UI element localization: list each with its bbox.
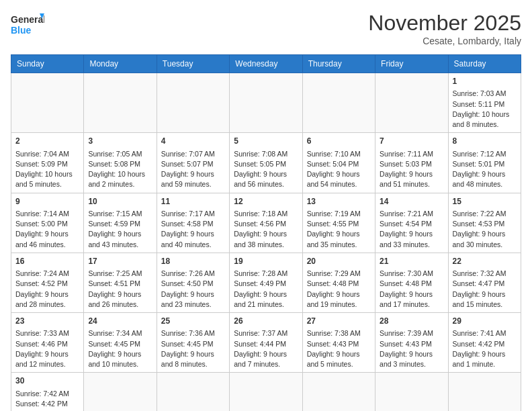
calendar-cell: 13Sunrise: 7:19 AM Sunset: 4:55 PM Dayli… [302, 193, 375, 253]
day-number: 19 [234, 256, 298, 267]
day-info: Sunrise: 7:36 AM Sunset: 4:45 PM Dayligh… [161, 329, 215, 368]
calendar-cell: 30Sunrise: 7:42 AM Sunset: 4:42 PM Dayli… [11, 373, 84, 411]
day-info: Sunrise: 7:32 AM Sunset: 4:47 PM Dayligh… [453, 269, 506, 308]
calendar-cell: 21Sunrise: 7:30 AM Sunset: 4:48 PM Dayli… [375, 253, 448, 312]
header-thursday: Thursday [302, 55, 375, 73]
calendar-cell: 26Sunrise: 7:37 AM Sunset: 4:44 PM Dayli… [230, 313, 302, 373]
day-info: Sunrise: 7:29 AM Sunset: 4:48 PM Dayligh… [307, 269, 361, 308]
calendar-cell [157, 73, 229, 133]
day-info: Sunrise: 7:05 AM Sunset: 5:08 PM Dayligh… [88, 150, 145, 189]
calendar-cell [84, 373, 157, 411]
calendar-cell: 4Sunrise: 7:07 AM Sunset: 5:07 PM Daylig… [157, 133, 229, 193]
day-number: 9 [15, 196, 79, 208]
day-info: Sunrise: 7:03 AM Sunset: 5:11 PM Dayligh… [453, 89, 510, 128]
calendar-cell [448, 373, 521, 411]
calendar-cell: 2Sunrise: 7:04 AM Sunset: 5:09 PM Daylig… [11, 133, 84, 193]
day-info: Sunrise: 7:15 AM Sunset: 4:59 PM Dayligh… [88, 210, 142, 248]
calendar-cell [11, 73, 84, 133]
day-info: Sunrise: 7:21 AM Sunset: 4:54 PM Dayligh… [380, 210, 433, 248]
calendar-header-row: SundayMondayTuesdayWednesdayThursdayFrid… [11, 55, 521, 73]
calendar-cell: 23Sunrise: 7:33 AM Sunset: 4:46 PM Dayli… [11, 313, 84, 373]
logo: General Blue [11, 11, 44, 40]
month-title: November 2025 [368, 11, 521, 36]
day-info: Sunrise: 7:33 AM Sunset: 4:46 PM Dayligh… [15, 329, 69, 368]
day-info: Sunrise: 7:37 AM Sunset: 4:44 PM Dayligh… [234, 329, 287, 368]
calendar-cell: 12Sunrise: 7:18 AM Sunset: 4:56 PM Dayli… [230, 193, 302, 253]
title-block: November 2025 Cesate, Lombardy, Italy [368, 11, 521, 46]
day-number: 15 [453, 196, 517, 208]
day-number: 1 [453, 76, 517, 87]
calendar-cell: 1Sunrise: 7:03 AM Sunset: 5:11 PM Daylig… [448, 73, 521, 133]
calendar-cell [230, 73, 302, 133]
day-info: Sunrise: 7:38 AM Sunset: 4:43 PM Dayligh… [307, 329, 361, 368]
day-number: 10 [88, 196, 152, 208]
day-info: Sunrise: 7:42 AM Sunset: 4:42 PM Dayligh… [15, 390, 69, 411]
calendar-cell: 5Sunrise: 7:08 AM Sunset: 5:05 PM Daylig… [230, 133, 302, 193]
calendar-cell: 11Sunrise: 7:17 AM Sunset: 4:58 PM Dayli… [157, 193, 229, 253]
day-number: 18 [161, 256, 225, 267]
day-info: Sunrise: 7:10 AM Sunset: 5:04 PM Dayligh… [307, 150, 361, 189]
day-info: Sunrise: 7:24 AM Sunset: 4:52 PM Dayligh… [15, 269, 69, 308]
svg-text:General: General [11, 14, 44, 25]
day-info: Sunrise: 7:26 AM Sunset: 4:50 PM Dayligh… [161, 269, 215, 308]
calendar-cell [230, 373, 302, 411]
calendar-cell: 7Sunrise: 7:11 AM Sunset: 5:03 PM Daylig… [375, 133, 448, 193]
day-number: 16 [15, 256, 79, 267]
calendar-cell: 9Sunrise: 7:14 AM Sunset: 5:00 PM Daylig… [11, 193, 84, 253]
calendar-cell: 24Sunrise: 7:34 AM Sunset: 4:45 PM Dayli… [84, 313, 157, 373]
calendar-cell: 8Sunrise: 7:12 AM Sunset: 5:01 PM Daylig… [448, 133, 521, 193]
day-number: 6 [307, 136, 371, 147]
day-number: 17 [88, 256, 152, 267]
calendar-cell: 19Sunrise: 7:28 AM Sunset: 4:49 PM Dayli… [230, 253, 302, 312]
day-number: 24 [88, 316, 152, 327]
day-info: Sunrise: 7:41 AM Sunset: 4:42 PM Dayligh… [453, 329, 506, 368]
calendar-cell [302, 373, 375, 411]
day-info: Sunrise: 7:17 AM Sunset: 4:58 PM Dayligh… [161, 210, 215, 248]
day-info: Sunrise: 7:07 AM Sunset: 5:07 PM Dayligh… [161, 150, 215, 189]
calendar-cell: 14Sunrise: 7:21 AM Sunset: 4:54 PM Dayli… [375, 193, 448, 253]
header-saturday: Saturday [448, 55, 521, 73]
page-header: General Blue November 2025 Cesate, Lomba… [11, 11, 521, 46]
calendar-cell: 28Sunrise: 7:39 AM Sunset: 4:43 PM Dayli… [375, 313, 448, 373]
calendar-cell: 16Sunrise: 7:24 AM Sunset: 4:52 PM Dayli… [11, 253, 84, 312]
header-friday: Friday [375, 55, 448, 73]
day-info: Sunrise: 7:14 AM Sunset: 5:00 PM Dayligh… [15, 210, 69, 248]
day-info: Sunrise: 7:22 AM Sunset: 4:53 PM Dayligh… [453, 210, 506, 248]
day-number: 25 [161, 316, 225, 327]
header-tuesday: Tuesday [157, 55, 229, 73]
svg-text:Blue: Blue [11, 25, 32, 36]
day-info: Sunrise: 7:18 AM Sunset: 4:56 PM Dayligh… [234, 210, 287, 248]
day-info: Sunrise: 7:28 AM Sunset: 4:49 PM Dayligh… [234, 269, 287, 308]
day-number: 14 [380, 196, 443, 208]
day-number: 27 [307, 316, 371, 327]
header-sunday: Sunday [11, 55, 84, 73]
calendar-cell: 18Sunrise: 7:26 AM Sunset: 4:50 PM Dayli… [157, 253, 229, 312]
day-number: 23 [15, 316, 79, 327]
day-info: Sunrise: 7:19 AM Sunset: 4:55 PM Dayligh… [307, 210, 361, 248]
day-number: 3 [88, 136, 152, 147]
header-wednesday: Wednesday [230, 55, 302, 73]
day-info: Sunrise: 7:39 AM Sunset: 4:43 PM Dayligh… [380, 329, 433, 368]
day-number: 13 [307, 196, 371, 208]
calendar-cell [157, 373, 229, 411]
day-info: Sunrise: 7:30 AM Sunset: 4:48 PM Dayligh… [380, 269, 433, 308]
day-info: Sunrise: 7:08 AM Sunset: 5:05 PM Dayligh… [234, 150, 287, 189]
calendar-cell: 25Sunrise: 7:36 AM Sunset: 4:45 PM Dayli… [157, 313, 229, 373]
calendar-cell: 29Sunrise: 7:41 AM Sunset: 4:42 PM Dayli… [448, 313, 521, 373]
day-number: 30 [15, 375, 79, 387]
day-number: 12 [234, 196, 298, 208]
day-number: 5 [234, 136, 298, 147]
calendar-cell: 20Sunrise: 7:29 AM Sunset: 4:48 PM Dayli… [302, 253, 375, 312]
day-number: 21 [380, 256, 443, 267]
calendar-cell [302, 73, 375, 133]
calendar-table: SundayMondayTuesdayWednesdayThursdayFrid… [11, 54, 521, 411]
day-info: Sunrise: 7:34 AM Sunset: 4:45 PM Dayligh… [88, 329, 142, 368]
calendar-cell: 3Sunrise: 7:05 AM Sunset: 5:08 PM Daylig… [84, 133, 157, 193]
calendar-cell: 15Sunrise: 7:22 AM Sunset: 4:53 PM Dayli… [448, 193, 521, 253]
day-number: 22 [453, 256, 517, 267]
location: Cesate, Lombardy, Italy [368, 36, 521, 46]
calendar-cell [375, 373, 448, 411]
day-number: 2 [15, 136, 79, 147]
calendar-cell [84, 73, 157, 133]
day-number: 29 [453, 316, 517, 327]
